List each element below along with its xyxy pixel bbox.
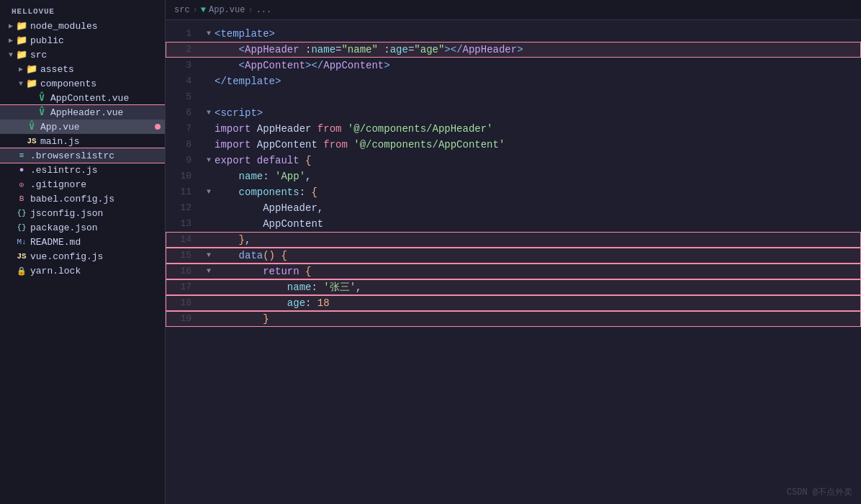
token <box>215 250 239 261</box>
tree-label: .browserslistrc <box>30 150 165 161</box>
line-number: 19 <box>166 311 203 327</box>
sidebar-item-public[interactable]: ▶📁public <box>0 33 165 48</box>
token: '@/components/AppHeader' <box>348 123 493 135</box>
token: AppContent <box>251 139 323 150</box>
sidebar-item-AppContent-vue[interactable]: V̂AppContent.vue <box>0 91 165 105</box>
file-icon-json: {} <box>16 222 27 233</box>
fold-arrow[interactable]: ▼ <box>203 26 215 42</box>
sidebar-item-src[interactable]: ▼📁src <box>0 48 165 62</box>
token: "age" <box>414 44 444 55</box>
file-icon-vue: V̂ <box>26 121 37 132</box>
code-content: age: 18 <box>215 295 861 311</box>
file-icon-json: {} <box>16 207 27 219</box>
token: name <box>239 171 263 182</box>
code-line-16: 16▼ return { <box>166 264 861 279</box>
code-line-9: 9▼export default { <box>166 153 861 168</box>
token: AppContent <box>245 60 305 71</box>
tree-label: yarn.lock <box>30 266 165 276</box>
file-icon-vue: V̂ <box>36 107 48 118</box>
sidebar-item-main-js[interactable]: JSmain.js <box>0 134 165 148</box>
token: <template> <box>215 28 275 40</box>
line-number: 17 <box>166 279 203 295</box>
sidebar-item--browserslistrc[interactable]: ≡.browserslistrc <box>0 148 165 163</box>
token: , <box>245 234 251 246</box>
token: default <box>257 155 299 166</box>
sidebar-item--eslintrc-js[interactable]: ●.eslintrc.js <box>0 163 165 177</box>
tree-label: jsconfig.json <box>30 208 165 219</box>
token: AppHeader <box>251 123 317 135</box>
tree-arrow: ▶ <box>6 22 16 30</box>
token: </template> <box>215 76 281 87</box>
token: , <box>356 282 361 293</box>
token <box>341 123 347 135</box>
token: return <box>263 266 299 277</box>
tree-label: App.vue <box>40 122 155 132</box>
tree-label: AppHeader.vue <box>50 107 165 118</box>
file-icon-folder: 📁 <box>26 78 37 89</box>
tree-label: assets <box>40 64 165 75</box>
sidebar-item--gitignore[interactable]: ⊙.gitignore <box>0 177 165 192</box>
sidebar-item-yarn-lock[interactable]: 🔒yarn.lock <box>0 264 165 278</box>
sidebar: HELLOVUE ▶📁node_modules▶📁public▼📁src▶📁as… <box>0 0 166 504</box>
token: import <box>215 123 251 135</box>
sidebar-item-package-json[interactable]: {}package.json <box>0 220 165 235</box>
token <box>215 186 239 198</box>
breadcrumb-sep2: › <box>248 5 253 15</box>
token: 'App' <box>275 171 305 182</box>
token: components <box>239 186 299 198</box>
token: age <box>390 44 408 55</box>
token <box>348 139 353 150</box>
sidebar-item-components[interactable]: ▼📁components <box>0 76 165 91</box>
tree-label: vue.config.js <box>30 251 165 262</box>
tree-label: src <box>30 50 165 60</box>
line-number: 13 <box>166 216 203 232</box>
line-number: 11 <box>166 184 203 200</box>
fold-arrow[interactable]: ▼ <box>203 184 215 200</box>
token: } <box>239 234 245 246</box>
token: '@/components/AppContent' <box>353 139 505 150</box>
token: AppHeader, <box>215 202 323 214</box>
token <box>299 155 305 166</box>
code-line-19: 19 } <box>166 311 861 327</box>
token <box>299 44 305 55</box>
sidebar-item-assets[interactable]: ▶📁assets <box>0 62 165 76</box>
code-content: name: 'App', <box>215 168 861 184</box>
sidebar-item-vue-config-js[interactable]: JSvue.config.js <box>0 249 165 264</box>
sidebar-item-jsconfig-json[interactable]: {}jsconfig.json <box>0 206 165 220</box>
line-number: 14 <box>166 232 203 248</box>
fold-arrow[interactable]: ▼ <box>203 264 215 279</box>
token: } <box>263 313 269 325</box>
fold-arrow[interactable]: ▼ <box>203 153 215 168</box>
code-line-10: 10 name: 'App', <box>166 168 861 184</box>
sidebar-item-node-modules[interactable]: ▶📁node_modules <box>0 19 165 33</box>
token: AppContent <box>215 218 323 230</box>
breadcrumb-vue-icon: ▼ <box>201 5 206 15</box>
token: () <box>263 250 275 261</box>
line-number: 5 <box>166 89 203 105</box>
fold-arrow[interactable]: ▼ <box>203 248 215 264</box>
token: { <box>311 186 317 198</box>
token: ></ <box>305 60 323 71</box>
token: ></ <box>444 44 462 55</box>
code-line-13: 13 AppContent <box>166 216 861 232</box>
fold-arrow[interactable]: ▼ <box>203 105 215 121</box>
sidebar-item-babel-config-js[interactable]: Bbabel.config.js <box>0 192 165 206</box>
token: from <box>323 139 348 150</box>
sidebar-item-App-vue[interactable]: V̂App.vue <box>0 120 165 134</box>
line-number: 16 <box>166 264 203 279</box>
code-area: 1▼<template>2 <AppHeader :name="name" :a… <box>166 20 861 504</box>
tree-arrow: ▼ <box>16 80 26 88</box>
sidebar-item-README-md[interactable]: M↓README.md <box>0 235 165 249</box>
file-icon-eslint: ● <box>16 164 27 176</box>
code-content: return { <box>215 264 861 279</box>
code-content: <template> <box>215 26 861 42</box>
token: : <box>384 44 389 55</box>
token: name <box>287 282 312 293</box>
file-icon-babel: B <box>16 193 27 204</box>
sidebar-item-AppHeader-vue[interactable]: V̂AppHeader.vue <box>0 105 165 120</box>
file-icon-folder: 📁 <box>16 49 27 60</box>
token: from <box>317 123 342 135</box>
token: AppHeader <box>245 44 299 55</box>
file-icon-md: M↓ <box>16 236 27 248</box>
code-line-8: 8import AppContent from '@/components/Ap… <box>166 137 861 153</box>
